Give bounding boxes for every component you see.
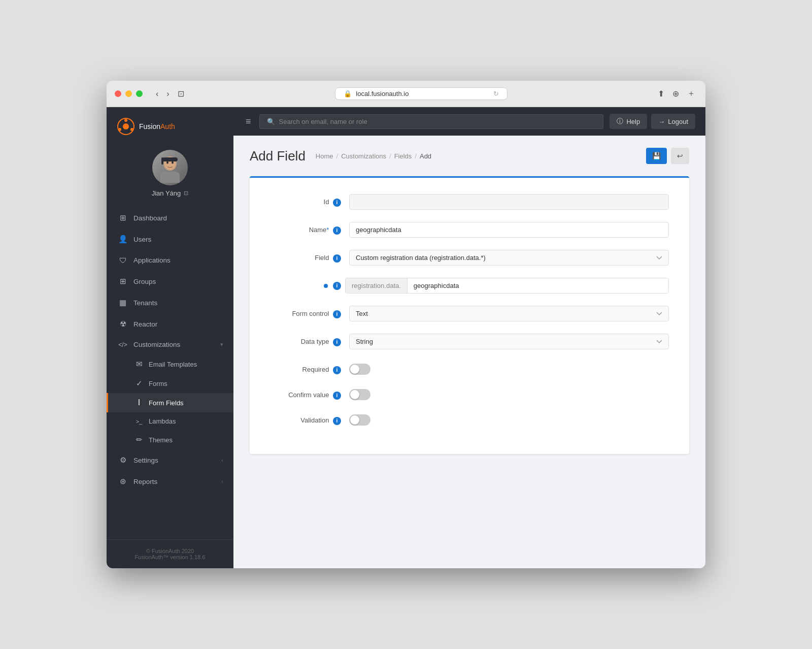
tenants-icon: ▦	[118, 298, 127, 307]
data-type-label: Data type i	[270, 334, 341, 346]
lambdas-icon: >_	[134, 418, 144, 425]
page-title: Add Field	[250, 148, 306, 164]
sidebar: FusionAuth	[107, 107, 233, 568]
breadcrumb-sep: /	[415, 152, 417, 160]
sidebar-item-dashboard[interactable]: ⊞ Dashboard	[107, 207, 233, 229]
page-header: Add Field Home / Customizations / Fields…	[250, 148, 689, 164]
id-info-icon[interactable]: i	[333, 199, 341, 207]
sidebar-user: Jian Yáng ⊡	[107, 144, 233, 207]
groups-icon: ⊞	[118, 277, 127, 286]
sidebar-item-email-templates[interactable]: ✉ Email Templates	[107, 354, 233, 374]
registration-info-icon[interactable]: i	[333, 282, 341, 290]
sidebar-item-lambdas[interactable]: >_ Lambdas	[107, 412, 233, 430]
field-select[interactable]: Custom registration data (registration.d…	[349, 250, 669, 266]
confirm-value-info-icon[interactable]: i	[333, 392, 341, 400]
sidebar-item-reactor[interactable]: ☢ Reactor	[107, 313, 233, 335]
breadcrumb-customizations[interactable]: Customizations	[341, 152, 386, 160]
sidebar-item-themes[interactable]: ✏ Themes	[107, 430, 233, 449]
svg-point-4	[118, 128, 121, 131]
svg-point-3	[130, 128, 133, 131]
avatar-image	[152, 150, 188, 185]
page-content: Add Field Home / Customizations / Fields…	[233, 136, 705, 568]
customizations-icon: </>	[118, 341, 127, 348]
svg-point-1	[123, 123, 129, 129]
validation-row: Validation i	[270, 412, 669, 426]
menu-button[interactable]: ≡	[244, 114, 253, 129]
reports-icon: ⊛	[118, 477, 127, 486]
url-text: local.fusionauth.io	[356, 90, 409, 98]
forward-button[interactable]: ›	[163, 88, 172, 100]
name-info-icon[interactable]: i	[333, 226, 341, 235]
sidebar-logo: FusionAuth	[107, 107, 233, 144]
breadcrumb-fields[interactable]: Fields	[394, 152, 412, 160]
dashboard-icon: ⊞	[118, 213, 127, 222]
registration-suffix-input[interactable]	[408, 278, 668, 293]
breadcrumb-current: Add	[420, 152, 431, 160]
name-input[interactable]	[349, 222, 669, 238]
forms-icon: ✓	[134, 379, 144, 388]
field-info-icon[interactable]: i	[333, 254, 341, 263]
form-control-select-wrap: Text Textarea Checkbox	[349, 306, 669, 321]
required-info-icon[interactable]: i	[333, 366, 341, 374]
user-name: Jian Yáng ⊡	[152, 189, 189, 197]
sidebar-item-customizations[interactable]: </> Customizations ▾	[107, 335, 233, 354]
id-label: Id i	[270, 194, 341, 207]
back-button[interactable]: ↩	[671, 148, 689, 164]
minimize-button[interactable]	[125, 90, 132, 97]
field-prefix: registration.data.	[346, 278, 408, 293]
lock-icon: 🔒	[344, 90, 352, 98]
logout-button[interactable]: → Logout	[651, 114, 695, 129]
form-control-select[interactable]: Text Textarea Checkbox	[349, 306, 669, 321]
sidebar-item-forms[interactable]: ✓ Forms	[107, 374, 233, 393]
save-button[interactable]: 💾	[646, 148, 667, 164]
sidebar-item-label: Dashboard	[133, 214, 223, 222]
sidebar-item-label: Customizations	[133, 341, 214, 348]
main-layout: FusionAuth	[107, 107, 705, 568]
search-bar[interactable]: 🔍	[259, 114, 604, 129]
reader-button[interactable]: ⊡	[175, 88, 187, 100]
search-input[interactable]	[279, 118, 596, 125]
registration-row: i registration.data.	[270, 278, 669, 294]
svg-rect-6	[160, 172, 180, 183]
add-tab-button[interactable]: ⊕	[670, 86, 681, 101]
sidebar-item-label: Settings	[133, 457, 215, 464]
sidebar-item-label: Applications	[133, 256, 223, 264]
form-control-info-icon[interactable]: i	[333, 310, 341, 318]
settings-icon: ⚙	[118, 456, 127, 465]
footer-version: FusionAuth™ version 1.18.6	[117, 554, 223, 560]
sidebar-item-reports[interactable]: ⊛ Reports ‹	[107, 471, 233, 492]
titlebar-right: ⬆ ⊕ ＋	[656, 86, 697, 101]
new-tab-button[interactable]: ＋	[685, 86, 697, 101]
help-button[interactable]: ⓘ Help	[610, 114, 647, 129]
data-type-info-icon[interactable]: i	[333, 338, 341, 346]
sidebar-item-groups[interactable]: ⊞ Groups	[107, 271, 233, 292]
sidebar-item-form-fields[interactable]: I Form Fields	[107, 393, 233, 412]
breadcrumb-home[interactable]: Home	[316, 152, 333, 160]
required-toggle[interactable]	[349, 364, 370, 375]
validation-info-icon[interactable]: i	[333, 417, 341, 425]
content-area: ≡ 🔍 ⓘ Help → Logout	[233, 107, 705, 568]
breadcrumb: Home / Customizations / Fields / Add	[316, 152, 431, 160]
data-type-select-wrap: String Number Boolean	[349, 334, 669, 349]
validation-toggle-wrap	[349, 412, 370, 426]
sidebar-item-settings[interactable]: ⚙ Settings ‹	[107, 449, 233, 471]
id-row: Id i	[270, 194, 669, 210]
validation-toggle[interactable]	[349, 414, 370, 426]
sidebar-item-applications[interactable]: 🛡 Applications	[107, 250, 233, 271]
url-bar[interactable]: 🔒 local.fusionauth.io ↻	[335, 87, 507, 100]
field-label: Field i	[270, 250, 341, 263]
validation-label: Validation i	[270, 412, 341, 425]
themes-icon: ✏	[134, 435, 144, 444]
maximize-button[interactable]	[136, 90, 143, 97]
close-button[interactable]	[115, 90, 121, 97]
share-button[interactable]: ⬆	[656, 86, 666, 101]
id-input[interactable]	[349, 194, 669, 210]
sidebar-sub-label: Forms	[149, 380, 167, 387]
toggle-knob	[350, 390, 359, 399]
sidebar-item-users[interactable]: 👤 Users	[107, 229, 233, 250]
sidebar-item-tenants[interactable]: ▦ Tenants	[107, 292, 233, 313]
confirm-value-toggle[interactable]	[349, 389, 370, 400]
search-icon: 🔍	[267, 118, 275, 125]
data-type-select[interactable]: String Number Boolean	[349, 334, 669, 349]
back-button[interactable]: ‹	[153, 88, 161, 100]
